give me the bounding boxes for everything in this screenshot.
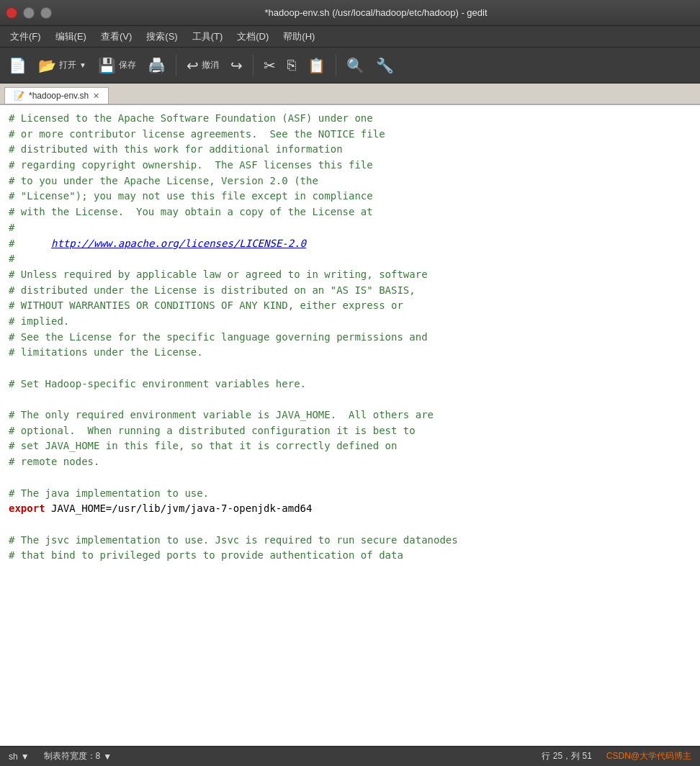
menu-edit[interactable]: 编辑(E) [48,27,94,46]
open-label: 打开 [59,59,76,71]
wrench-icon: 🔧 [376,57,394,74]
toolbar-sep-3 [336,55,336,76]
tabbar: 📝 *hadoop-env.sh ✕ [0,84,700,105]
menu-help[interactable]: 帮助(H) [276,27,322,46]
menu-view[interactable]: 查看(V) [94,27,139,46]
minimize-button[interactable] [23,7,35,19]
find-button[interactable]: 🔍 [342,54,369,77]
tab-label: *hadoop-env.sh [29,91,89,101]
maximize-button[interactable] [40,7,52,19]
save-label: 保存 [119,59,136,71]
print-icon: 🖨️ [148,57,166,74]
undo-label: 撤消 [202,59,219,71]
toolbar: 📄 📂 打开 ▼ 💾 保存 🖨️ ↩ 撤消 ↪ ✂ ⎘ 📋 🔍 🔧 [0,48,700,84]
tools-extra-button[interactable]: 🔧 [372,54,398,77]
tab-file-icon: 📝 [14,91,24,101]
tab-close-button[interactable]: ✕ [93,91,99,101]
undo-icon: ↩ [187,57,199,74]
redo-button[interactable]: ↪ [226,54,247,77]
language-selector[interactable]: sh ▼ [9,752,30,762]
redo-icon: ↪ [230,57,243,74]
editor-area[interactable]: # Licensed to the Apache Software Founda… [0,105,700,746]
editor-tab[interactable]: 📝 *hadoop-env.sh ✕ [4,87,109,104]
open-chevron-icon: ▼ [79,61,86,69]
language-label: sh [9,752,18,762]
menubar: 文件(F) 编辑(E) 查看(V) 搜索(S) 工具(T) 文档(D) 帮助(H… [0,26,700,48]
menu-tools[interactable]: 工具(T) [185,27,230,46]
window-title: *hadoop-env.sh (/usr/local/hadoop/etc/ha… [58,7,694,18]
paste-icon: 📋 [308,57,326,74]
save-button[interactable]: 💾 保存 [94,54,140,77]
tabwidth-chevron-icon: ▼ [103,752,112,762]
menu-docs[interactable]: 文档(D) [230,27,276,46]
toolbar-sep-2 [253,55,253,76]
undo-button[interactable]: ↩ 撤消 [182,54,223,77]
cut-icon: ✂ [264,57,276,74]
open-icon: 📂 [38,57,56,74]
paste-button[interactable]: 📋 [303,54,330,77]
close-button[interactable] [6,7,17,19]
search-icon: 🔍 [346,57,364,74]
open-button[interactable]: 📂 打开 ▼ [34,54,91,77]
csdn-watermark: CSDN@大学代码博主 [606,750,691,762]
print-button[interactable]: 🖨️ [143,54,170,77]
cursor-position: 行 25，列 51 [542,750,591,762]
new-button[interactable]: 📄 [4,54,31,77]
copy-button[interactable]: ⎘ [283,54,300,76]
copy-icon: ⎘ [287,57,296,73]
menu-file[interactable]: 文件(F) [3,27,48,46]
language-chevron-icon: ▼ [21,752,30,762]
tab-width-selector[interactable]: 制表符宽度：8 ▼ [44,750,112,762]
toolbar-sep-1 [176,55,176,76]
cut-button[interactable]: ✂ [259,54,280,77]
statusbar: sh ▼ 制表符宽度：8 ▼ 行 25，列 51 CSDN@大学代码博主 [0,746,700,766]
editor-text[interactable]: # Licensed to the Apache Software Founda… [0,105,700,746]
menu-search[interactable]: 搜索(S) [139,27,184,46]
new-icon: 📄 [9,57,27,74]
save-icon: 💾 [98,57,116,74]
titlebar: *hadoop-env.sh (/usr/local/hadoop/etc/ha… [0,0,700,26]
tab-width-label: 制表符宽度：8 [44,750,101,762]
